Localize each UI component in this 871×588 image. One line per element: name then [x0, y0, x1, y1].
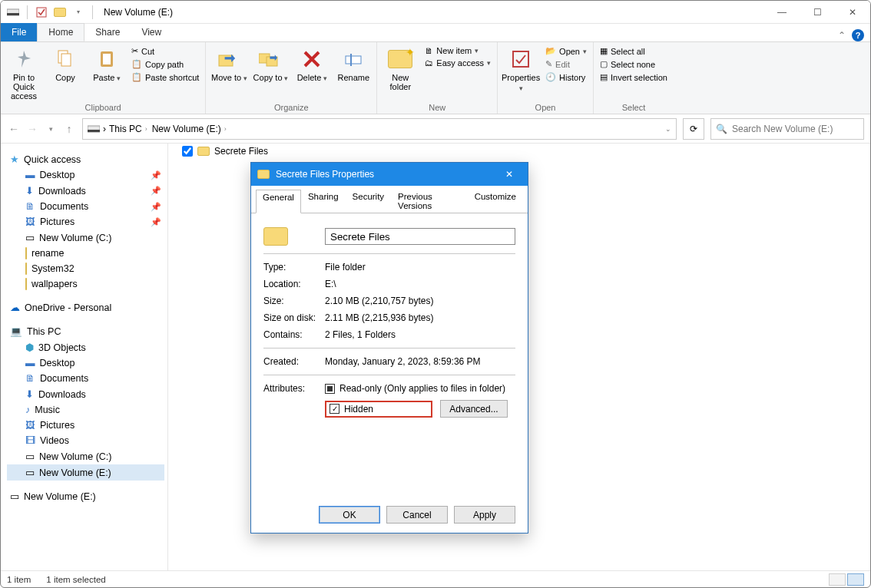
maximize-button[interactable]: ☐	[800, 1, 835, 24]
tree-item[interactable]: ♪Music	[7, 402, 164, 418]
pin-to-quick-access-button[interactable]: Pin to Quick access	[5, 45, 42, 101]
help-icon[interactable]: ?	[852, 29, 864, 41]
ok-button[interactable]: OK	[319, 506, 380, 524]
tree-item[interactable]: 🖼Pictures📌	[7, 214, 164, 230]
qat-folder-icon[interactable]	[52, 5, 68, 20]
tree-item[interactable]: rename	[7, 246, 164, 261]
tree-item-selected[interactable]: ▭New Volume (E:)	[7, 464, 164, 481]
back-button[interactable]: ←	[7, 123, 21, 135]
easy-access-button[interactable]: 🗂Easy access	[423, 58, 492, 68]
crumb-this-pc[interactable]: This PC	[109, 124, 142, 134]
folder-icon	[257, 170, 270, 179]
tab-share[interactable]: Share	[84, 23, 131, 41]
hidden-checkbox[interactable]: Hidden	[330, 404, 428, 415]
addr-dropdown-icon[interactable]: ⌄	[665, 125, 671, 133]
svg-rect-12	[513, 51, 528, 67]
select-all-button[interactable]: ▦Select all	[598, 45, 669, 57]
tree-item[interactable]: ⬇Downloads📌	[7, 183, 164, 199]
dialog-titlebar[interactable]: Secrete Files Properties ✕	[251, 163, 528, 186]
minimize-button[interactable]: —	[764, 1, 800, 24]
tree-item[interactable]: wallpapers	[7, 276, 164, 292]
tree-item[interactable]: 🎞Videos	[7, 433, 164, 448]
pin-icon: 📌	[151, 202, 161, 212]
paste-shortcut-button[interactable]: 📋Paste shortcut	[130, 71, 200, 83]
close-button[interactable]: ✕	[835, 1, 870, 24]
tree-item[interactable]: 🗎Documents	[7, 371, 164, 386]
rename-button[interactable]: Rename	[335, 45, 372, 82]
desktop-icon: ▬	[25, 358, 35, 368]
tree-onedrive[interactable]: ☁OneDrive - Personal	[7, 299, 164, 315]
tab-customize[interactable]: Customize	[468, 189, 523, 213]
attributes-label: Attributes:	[263, 383, 325, 394]
breadcrumb[interactable]: › This PC› New Volume (E:)› ⌄	[82, 118, 677, 140]
copy-to-button[interactable]: Copy to	[252, 45, 289, 83]
delete-button[interactable]: Delete	[293, 45, 330, 83]
tree-item[interactable]: 🗎Documents📌	[7, 199, 164, 214]
properties-button[interactable]: Properties	[502, 45, 539, 93]
view-details-button[interactable]	[829, 573, 846, 586]
tree-item[interactable]: ▬Desktop📌	[7, 167, 164, 183]
navigation-pane[interactable]: ★Quick access ▬Desktop📌 ⬇Downloads📌 🗎Doc…	[1, 144, 168, 570]
folder-name-input[interactable]	[325, 228, 515, 245]
tree-item[interactable]: ▭New Volume (C:)	[7, 448, 164, 464]
tree-item[interactable]: ▭New Volume (E:)	[7, 488, 164, 504]
dialog-title: Secrete Files Properties	[276, 169, 374, 180]
tree-this-pc[interactable]: 💻This PC	[7, 323, 164, 339]
paste-button[interactable]: Paste	[88, 45, 125, 83]
history-button[interactable]: 🕘History	[544, 71, 588, 83]
invert-selection-button[interactable]: ▤Invert selection	[598, 71, 669, 83]
tree-item[interactable]: ▬Desktop	[7, 355, 164, 371]
qat-properties-icon[interactable]	[34, 5, 49, 20]
svg-rect-4	[61, 54, 71, 66]
tab-home[interactable]: Home	[37, 23, 84, 41]
tree-item[interactable]: 🖼Pictures	[7, 418, 164, 433]
properties-icon	[508, 47, 533, 71]
select-none-icon: ▢	[600, 59, 608, 69]
select-all-icon: ▦	[600, 46, 608, 56]
edit-button: ✎Edit	[544, 58, 588, 70]
tree-item[interactable]: ⬇Downloads	[7, 386, 164, 402]
videos-icon: 🎞	[25, 435, 35, 446]
tree-item[interactable]: ▭New Volume (C:)	[7, 230, 164, 246]
tab-previous-versions[interactable]: Previous Versions	[391, 189, 468, 213]
cancel-button[interactable]: Cancel	[386, 506, 448, 524]
address-bar: ← → ▾ ↑ › This PC› New Volume (E:)› ⌄ ⟳ …	[1, 114, 870, 144]
invert-icon: ▤	[600, 72, 608, 82]
copy-button[interactable]: Copy	[47, 45, 84, 82]
item-name: Secrete Files	[214, 146, 268, 157]
move-to-button[interactable]: Move to	[210, 45, 247, 83]
tab-view[interactable]: View	[131, 23, 172, 41]
tab-general[interactable]: General	[256, 190, 301, 213]
tree-quick-access[interactable]: ★Quick access	[7, 151, 164, 167]
up-button[interactable]: ↑	[62, 123, 76, 135]
pin-icon	[12, 47, 36, 71]
select-none-button[interactable]: ▢Select none	[598, 58, 669, 70]
file-tab[interactable]: File	[1, 23, 37, 41]
tab-security[interactable]: Security	[346, 189, 392, 213]
recent-button[interactable]: ▾	[44, 125, 58, 133]
tab-sharing[interactable]: Sharing	[301, 189, 346, 213]
crumb-drive[interactable]: New Volume (E:)	[152, 124, 221, 134]
checkbox-checked-icon	[330, 404, 339, 414]
advanced-button[interactable]: Advanced...	[440, 400, 508, 418]
tree-item[interactable]: ⬢3D Objects	[7, 339, 164, 355]
location-label: Location:	[263, 279, 325, 289]
open-button[interactable]: 📂Open	[544, 45, 588, 57]
readonly-checkbox[interactable]: Read-only (Only applies to files in fold…	[325, 383, 515, 394]
new-item-button[interactable]: 🗎New item	[423, 45, 492, 56]
svg-rect-6	[103, 54, 111, 64]
cut-button[interactable]: ✂Cut	[130, 45, 200, 57]
list-item[interactable]: Secrete Files	[168, 144, 870, 159]
qat-dropdown-icon[interactable]: ▾	[71, 5, 86, 20]
refresh-button[interactable]: ⟳	[683, 118, 704, 140]
dialog-close-button[interactable]: ✕	[497, 169, 522, 180]
copy-path-button[interactable]: 📋Copy path	[130, 58, 200, 70]
tree-item[interactable]: System32	[7, 261, 164, 276]
view-large-button[interactable]	[847, 573, 864, 586]
apply-button[interactable]: Apply	[454, 506, 515, 524]
collapse-ribbon-icon[interactable]: ⌃	[838, 30, 846, 41]
type-value: File folder	[325, 262, 515, 273]
search-input[interactable]: 🔍 Search New Volume (E:)	[710, 118, 864, 140]
new-folder-button[interactable]: ✦New folder	[382, 45, 419, 91]
item-checkbox[interactable]	[182, 146, 193, 157]
